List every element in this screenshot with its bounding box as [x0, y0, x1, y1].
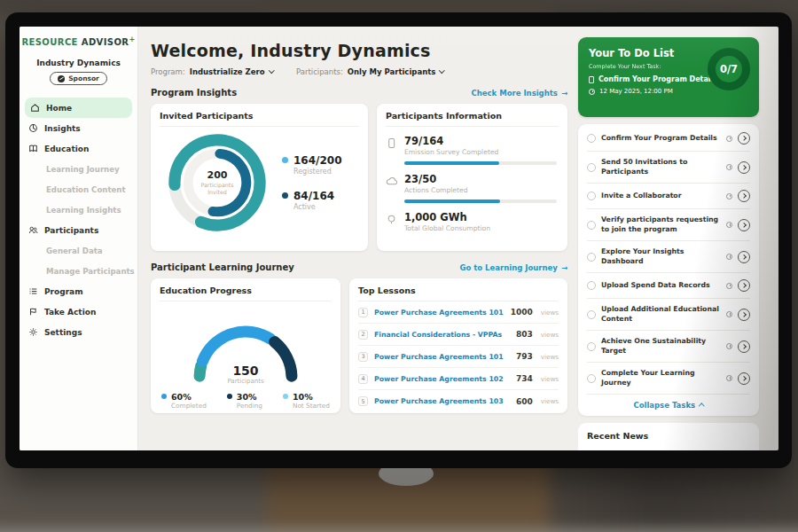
chevron-down-icon — [269, 67, 274, 73]
collapse-label: Collapse Tasks — [633, 401, 695, 410]
task-checkbox[interactable] — [587, 281, 596, 290]
progress-fill — [404, 161, 499, 165]
stat-total-consumption: 1,000 GWh Total Global Consumption — [386, 211, 559, 232]
lesson-link[interactable]: Power Purchase Agreements 103 — [374, 397, 510, 405]
sidebar-item-settings[interactable]: Settings — [20, 322, 137, 342]
task-go-button[interactable] — [738, 251, 750, 263]
sidebar-item-label: Program — [44, 287, 83, 296]
progress-fill — [404, 200, 500, 203]
sidebar-nav: Home Insights Education Learning Journey — [20, 98, 137, 342]
collapse-tasks-link[interactable]: Collapse Tasks — [587, 401, 750, 410]
lesson-row: 5 Power Purchase Agreements 103 600 view… — [358, 390, 559, 412]
task-go-button[interactable] — [738, 161, 750, 174]
task-checkbox[interactable] — [587, 374, 596, 383]
progress-track — [404, 161, 557, 165]
task-go-button[interactable] — [738, 132, 750, 145]
task-go-button[interactable] — [738, 340, 750, 353]
sidebar-item-education[interactable]: Education — [20, 138, 137, 159]
sidebar-item-manage-participants[interactable]: Manage Participants — [20, 261, 137, 281]
task-label[interactable]: Complete Your Learning Journey — [601, 369, 721, 387]
task-label[interactable]: Confirm Your Program Details — [601, 134, 721, 144]
lesson-link[interactable]: Financial Considerations - VPPAs — [374, 331, 510, 339]
stat-label: Actions Completed — [404, 186, 557, 194]
sidebar-item-label: Take Action — [44, 308, 96, 317]
task-checkbox[interactable] — [587, 310, 596, 319]
task-checkbox[interactable] — [587, 163, 596, 172]
todo-progress-ring: 0/7 — [708, 48, 750, 90]
sidebar-item-participants[interactable]: Participants — [20, 220, 137, 240]
task-label[interactable]: Upload Spend Data Records — [601, 281, 721, 291]
logo-product: ADVISOR — [82, 37, 129, 47]
legend-value: 30% — [237, 392, 262, 402]
sponsor-badge-icon — [58, 75, 65, 82]
dashboard-screen: RESOURCE ADVISOR+ Industry Dynamics Spon… — [20, 27, 778, 450]
card-title: Invited Participants — [160, 111, 359, 127]
sidebar: RESOURCE ADVISOR+ Industry Dynamics Spon… — [20, 27, 138, 450]
task-label[interactable]: Explore Your Insights Dashboard — [601, 247, 721, 266]
legend-value: 10% — [293, 392, 330, 402]
arrow-right-icon: → — [561, 89, 567, 98]
stat-value: 23/50 — [404, 173, 557, 185]
task-row: Complete Your Learning Journey — [587, 363, 750, 395]
task-checkbox[interactable] — [587, 192, 596, 200]
stat-value: 79/164 — [404, 135, 557, 147]
legend-value: 164/200 — [293, 154, 341, 167]
lesson-link[interactable]: Power Purchase Agreements 101 — [374, 309, 505, 317]
lesson-views-suffix: views — [541, 309, 559, 317]
task-checkbox[interactable] — [587, 253, 596, 262]
task-go-button[interactable] — [738, 219, 750, 231]
document-icon — [589, 76, 594, 83]
todo-datetime-label: 12 May 2025, 12:00 PM — [599, 88, 673, 95]
task-label[interactable]: Upload Additional Educational Content — [601, 305, 721, 324]
logo-brand: RESOURCE — [21, 37, 77, 47]
people-icon — [28, 225, 38, 235]
task-label[interactable]: Achieve One Sustainability Target — [601, 337, 721, 356]
legend-not-started: 10% Not Started — [283, 392, 330, 410]
legend-label: Registered — [293, 168, 341, 176]
participants-dropdown[interactable]: Participants: Only My Participants — [296, 67, 444, 76]
task-label[interactable]: Invite a Collaborator — [601, 192, 721, 201]
take-action-icon — [28, 307, 38, 317]
lesson-link[interactable]: Power Purchase Agreements 102 — [374, 375, 510, 383]
sidebar-item-take-action[interactable]: Take Action — [20, 301, 137, 322]
legend-dot-registered — [282, 157, 288, 163]
main-content: Welcome, Industry Dynamics Program: Indu… — [138, 27, 578, 450]
link-label: Go to Learning Journey — [459, 263, 557, 272]
task-checkbox[interactable] — [587, 342, 596, 351]
legend-label: Not Started — [293, 402, 330, 410]
lesson-row: 1 Power Purchase Agreements 101 1000 vie… — [358, 301, 559, 324]
clock-icon — [726, 222, 732, 228]
legend-dot-pending — [227, 394, 232, 399]
monitor-bezel: RESOURCE ADVISOR+ Industry Dynamics Spon… — [5, 12, 792, 468]
sidebar-item-learning-journey[interactable]: Learning Journey — [20, 159, 137, 179]
task-label[interactable]: Verify participants requesting to join t… — [601, 215, 721, 234]
go-to-learning-journey-link[interactable]: Go to Learning Journey → — [459, 263, 567, 272]
task-go-button[interactable] — [738, 279, 750, 292]
arrow-right-icon: → — [561, 263, 567, 272]
chevron-down-icon — [439, 67, 444, 73]
clock-icon — [726, 375, 732, 381]
program-dropdown[interactable]: Program: Industrialize Zero — [151, 67, 273, 76]
lesson-views-suffix: views — [541, 375, 559, 383]
sidebar-item-learning-insights[interactable]: Learning Insights — [20, 200, 137, 220]
task-checkbox[interactable] — [587, 221, 596, 230]
task-checkbox[interactable] — [587, 134, 596, 143]
sidebar-item-home[interactable]: Home — [25, 98, 132, 118]
sidebar-item-insights[interactable]: Insights — [20, 118, 137, 138]
sidebar-item-general-data[interactable]: General Data — [20, 240, 137, 261]
check-more-insights-link[interactable]: Check More Insights → — [472, 89, 568, 98]
task-label[interactable]: Send 50 Invitations to Participants — [601, 158, 721, 176]
task-go-button[interactable] — [738, 309, 750, 321]
participants-label: Participants: — [296, 67, 343, 76]
sidebar-item-label: Education — [44, 145, 89, 153]
task-go-button[interactable] — [738, 372, 750, 385]
task-go-button[interactable] — [738, 190, 750, 202]
sidebar-item-label: Settings — [44, 328, 82, 337]
sidebar-item-education-content[interactable]: Education Content — [20, 179, 137, 200]
sidebar-item-label: Learning Journey — [46, 165, 120, 174]
sidebar-item-program[interactable]: Program — [20, 281, 137, 301]
home-icon — [30, 103, 40, 113]
lesson-link[interactable]: Power Purchase Agreements 101 — [374, 353, 510, 361]
todo-next-task-label: Confirm Your Program Details — [598, 75, 717, 83]
link-label: Check More Insights — [472, 89, 558, 98]
